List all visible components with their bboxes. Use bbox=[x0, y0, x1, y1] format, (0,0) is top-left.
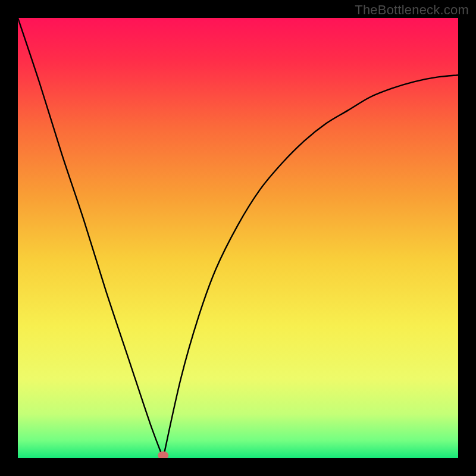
bottleneck-chart bbox=[18, 18, 458, 458]
chart-svg bbox=[18, 18, 458, 458]
chart-background bbox=[18, 18, 458, 458]
watermark-text: TheBottleneck.com bbox=[355, 2, 469, 18]
